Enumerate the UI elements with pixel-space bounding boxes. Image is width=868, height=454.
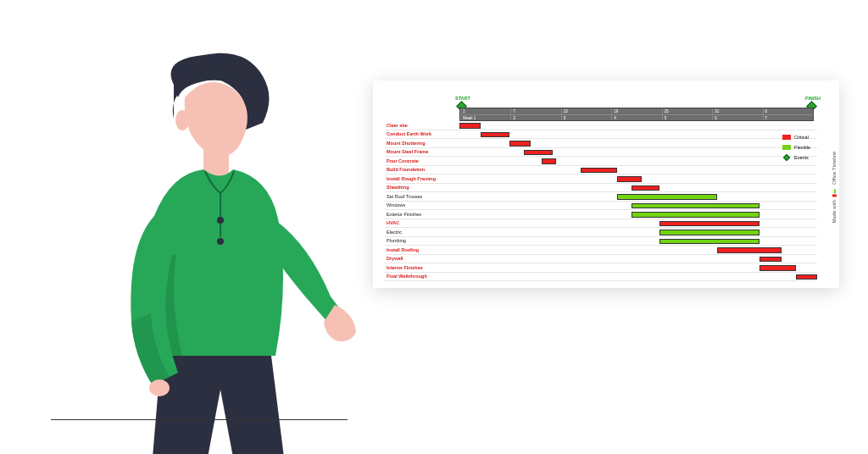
- task-label: Interior Finishes: [385, 265, 459, 270]
- task-bar-area: [459, 157, 817, 165]
- axis-date-tick: 13: [561, 108, 568, 114]
- legend-flexible: Flexible: [782, 143, 810, 152]
- task-bar: [632, 203, 760, 209]
- axis-date-tick: 19: [611, 108, 618, 114]
- task-label: Windows: [385, 202, 459, 208]
- chart-legend: Critical Flexible Events: [782, 133, 810, 163]
- milestone-start-label: START: [455, 96, 470, 101]
- task-bar-area: [459, 139, 817, 147]
- axis-week-tick: Week 1: [460, 115, 476, 121]
- axis-week-tick: 4: [611, 115, 616, 121]
- attribution: Made with Office Timeline: [832, 151, 837, 223]
- task-label: Mount Steel Frame: [385, 149, 459, 154]
- axis-date-tick: 1: [460, 108, 465, 114]
- task-row: Set Roof Trusses: [385, 192, 817, 202]
- task-row: Build Foundation: [385, 166, 817, 175]
- svg-point-3: [149, 379, 170, 396]
- task-label: Pour Concrete: [385, 158, 459, 163]
- task-label: Install Rough Framing: [385, 176, 459, 181]
- task-bar: [459, 123, 481, 129]
- task-label: Clear site: [385, 123, 459, 128]
- task-bar-area: [459, 210, 817, 219]
- task-bar-area: [459, 219, 817, 228]
- task-label: Install Roofing: [385, 247, 459, 252]
- task-label: Sheathing: [385, 185, 459, 190]
- task-row: Electric: [385, 228, 817, 237]
- task-row: Install Roofing: [385, 246, 817, 255]
- task-bar: [524, 150, 553, 156]
- legend-critical-label: Critical: [794, 133, 809, 141]
- attribution-icon: [832, 188, 837, 197]
- task-row: Conduct Earth Work: [385, 130, 817, 140]
- task-bar: [581, 168, 616, 174]
- task-bar-area: [459, 184, 817, 192]
- task-label: Plumbing: [385, 238, 459, 243]
- attribution-prefix: Made with: [832, 200, 837, 223]
- task-bar: [659, 221, 760, 227]
- task-bar-area: [459, 130, 817, 139]
- gantt-chart-card: START FINISH 17131925316 Week 1234567 Cl…: [373, 80, 839, 288]
- task-bar: [659, 230, 760, 235]
- task-row: Windows: [385, 202, 817, 211]
- task-bar: [659, 239, 760, 245]
- task-label: Final Walkthrough: [385, 274, 459, 279]
- task-bar-area: [459, 237, 817, 246]
- task-bar-area: [459, 202, 817, 210]
- task-row: Install Rough Framing: [385, 174, 817, 184]
- task-bar: [760, 265, 795, 271]
- task-bar-area: [459, 121, 817, 130]
- task-row: Final Walkthrough: [385, 273, 817, 282]
- task-row: Interior Finishes: [385, 263, 817, 273]
- task-bar: [632, 185, 660, 191]
- legend-events-icon: [783, 154, 790, 161]
- axis-dates: 17131925316: [460, 108, 813, 115]
- task-label: Build Foundation: [385, 167, 459, 172]
- task-bar: [509, 141, 531, 147]
- svg-point-1: [217, 217, 224, 224]
- axis-date-tick: 7: [510, 108, 515, 114]
- task-label: Set Roof Trusses: [385, 194, 459, 199]
- time-axis: 17131925316 Week 1234567: [459, 108, 814, 121]
- task-label: Conduct Earth Work: [385, 131, 459, 136]
- axis-date-tick: 25: [662, 108, 669, 114]
- axis-weeks: Week 1234567: [460, 115, 813, 121]
- task-bar-area: [459, 246, 817, 254]
- axis-week-tick: 2: [510, 115, 515, 121]
- milestone-finish-label: FINISH: [805, 96, 821, 101]
- task-row: Pour Concrete: [385, 157, 817, 166]
- legend-events-label: Events: [794, 153, 809, 162]
- axis-week-tick: 7: [763, 115, 768, 121]
- task-bar-area: [459, 174, 817, 183]
- task-bar: [717, 247, 782, 253]
- axis-week-tick: 6: [712, 115, 717, 121]
- task-bar: [542, 158, 556, 164]
- task-row: Exterior Finishes: [385, 210, 817, 219]
- task-list: Clear siteConduct Earth WorkMount Shutte…: [385, 121, 817, 281]
- task-bar-area: [459, 273, 817, 281]
- axis-week-tick: 5: [662, 115, 667, 121]
- attribution-brand: Office Timeline: [832, 151, 837, 185]
- task-bar: [632, 212, 760, 218]
- task-label: Electric: [385, 230, 459, 235]
- task-bar-area: [459, 228, 817, 236]
- task-bar-area: [459, 148, 817, 157]
- task-bar: [617, 194, 717, 200]
- task-bar-area: [459, 255, 817, 263]
- legend-critical: Critical: [782, 133, 810, 141]
- task-bar-area: [459, 192, 817, 201]
- task-row: HVAC: [385, 219, 817, 229]
- legend-critical-swatch: [782, 135, 791, 140]
- ground-line: [51, 419, 348, 420]
- svg-point-0: [175, 110, 189, 130]
- axis-date-tick: 6: [763, 108, 768, 114]
- task-label: Exterior Finishes: [385, 212, 459, 217]
- legend-events: Events: [782, 153, 810, 162]
- task-row: Mount Steel Frame: [385, 148, 817, 158]
- legend-flexible-label: Flexible: [794, 143, 810, 152]
- axis-week-tick: 3: [561, 115, 566, 121]
- task-bar: [617, 176, 643, 182]
- task-label: HVAC: [385, 220, 459, 225]
- task-label: Drywall: [385, 256, 459, 261]
- task-bar: [760, 257, 781, 263]
- task-bar-area: [459, 166, 817, 174]
